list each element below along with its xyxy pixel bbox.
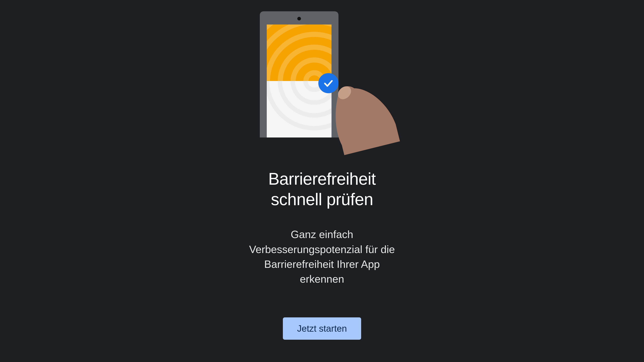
onboarding-headline: Barrierefreiheit schnell prüfen	[268, 169, 376, 210]
get-started-button[interactable]: Jetzt starten	[283, 317, 361, 340]
onboarding-screen: Barrierefreiheit schnell prüfen Ganz ein…	[245, 11, 399, 340]
onboarding-subtext: Ganz einfach Verbesserungspotenzial für …	[245, 227, 399, 286]
tablet-camera-icon	[297, 17, 301, 20]
hero-illustration	[262, 11, 382, 136]
